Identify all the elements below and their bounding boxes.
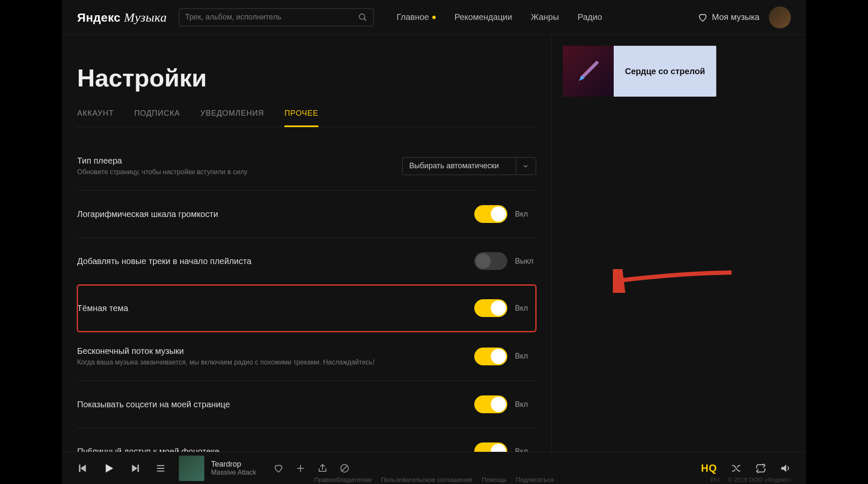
- dark-state: Вкл: [515, 304, 536, 313]
- footer-links: Правообладателям Пользовательское соглаш…: [314, 476, 554, 483]
- block-icon[interactable]: [339, 463, 350, 473]
- right-sidebar: Сердце со стрелой: [552, 35, 806, 452]
- log-scale-label: Логарифмическая шкала громкости: [77, 209, 218, 219]
- volume-icon[interactable]: [780, 463, 791, 474]
- row-dark-theme: Тёмная тема Вкл: [77, 285, 536, 332]
- logo-yandex: Яндекс: [77, 11, 121, 25]
- infinite-sub: Когда ваша музыка заканчивается, мы вклю…: [77, 359, 375, 366]
- promo-art: [563, 46, 614, 97]
- row-infinite: Бесконечный поток музыки Когда ваша музы…: [77, 332, 536, 381]
- infinite-label: Бесконечный поток музыки: [77, 346, 375, 356]
- shuffle-icon[interactable]: [731, 463, 742, 474]
- public-state: Вкл: [515, 447, 536, 452]
- player-type-value: Выбирать автоматически: [409, 161, 499, 170]
- tab-account[interactable]: АККАУНТ: [77, 109, 114, 127]
- social-state: Вкл: [515, 400, 536, 409]
- search-input[interactable]: [185, 13, 358, 22]
- tab-other[interactable]: ПРОЧЕЕ: [284, 109, 318, 127]
- footer-agreement[interactable]: Пользовательское соглашение: [381, 476, 473, 483]
- track-cover[interactable]: [179, 456, 204, 481]
- player-type-sub: Обновите страницу, чтобы настройки вступ…: [77, 168, 248, 176]
- player-type-label: Тип плеера: [77, 156, 248, 166]
- heart-icon: [698, 12, 708, 22]
- public-label: Публичный доступ к моей фонотеке: [77, 447, 220, 452]
- svg-line-1: [364, 18, 367, 21]
- log-scale-state: Вкл: [515, 210, 536, 219]
- svg-marker-6: [106, 464, 114, 473]
- chevron-down-icon: [516, 158, 529, 175]
- footer-rights[interactable]: Правообладателям: [314, 476, 371, 483]
- row-social: Показывать соцсети на моей странице Вкл: [77, 381, 536, 428]
- footer-copy: © 2019 ООО «Яндекс»: [728, 476, 791, 483]
- hq-badge[interactable]: HQ: [701, 462, 717, 474]
- svg-point-0: [359, 14, 365, 19]
- svg-marker-7: [132, 465, 137, 472]
- logo[interactable]: Яндекс Музыка: [77, 10, 167, 25]
- logo-music: Музыка: [124, 10, 167, 25]
- queue-icon[interactable]: [155, 463, 166, 474]
- infinite-toggle[interactable]: [474, 348, 507, 365]
- row-add-new: Добавлять новые треки в начало плейлиста…: [77, 238, 536, 285]
- main-nav: Главное Рекомендации Жанры Радио: [397, 12, 602, 22]
- page-title: Настройки: [77, 64, 536, 92]
- track-artist[interactable]: Massive Attack: [211, 469, 256, 476]
- avatar[interactable]: [769, 6, 791, 28]
- play-icon[interactable]: [103, 462, 115, 475]
- footer-lang[interactable]: RU: [711, 476, 719, 483]
- social-label: Показывать соцсети на моей странице: [77, 400, 230, 409]
- add-new-toggle[interactable]: [474, 252, 507, 270]
- player-type-select[interactable]: Выбирать автоматически: [402, 157, 536, 175]
- header: Яндекс Музыка Главное Рекомендации Жанры…: [62, 0, 806, 35]
- add-new-state: Выкл: [515, 257, 536, 266]
- row-log-scale: Логарифмическая шкала громкости Вкл: [77, 191, 536, 238]
- my-music-label: Моя музыка: [712, 12, 760, 22]
- settings-tabs: АККАУНТ ПОДПИСКА УВЕДОМЛЕНИЯ ПРОЧЕЕ: [77, 109, 536, 127]
- like-icon[interactable]: [273, 463, 284, 473]
- add-new-label: Добавлять новые треки в начало плейлиста: [77, 256, 251, 266]
- promo-card[interactable]: Сердце со стрелой: [563, 46, 716, 97]
- svg-rect-8: [137, 465, 139, 472]
- settings-content: Настройки АККАУНТ ПОДПИСКА УВЕДОМЛЕНИЯ П…: [62, 35, 552, 452]
- svg-line-15: [342, 465, 348, 471]
- dark-label: Тёмная тема: [77, 303, 128, 313]
- nav-main[interactable]: Главное: [397, 12, 436, 22]
- svg-rect-5: [79, 465, 80, 472]
- public-toggle[interactable]: [474, 442, 507, 452]
- nav-genres[interactable]: Жанры: [531, 12, 559, 22]
- tab-notifications[interactable]: УВЕДОМЛЕНИЯ: [200, 109, 264, 127]
- nav-radio[interactable]: Радио: [578, 12, 602, 22]
- log-scale-toggle[interactable]: [474, 205, 507, 223]
- svg-marker-16: [781, 465, 786, 472]
- footer-subscribe[interactable]: Подписаться: [516, 476, 554, 483]
- infinite-state: Вкл: [515, 352, 536, 361]
- add-icon[interactable]: [295, 463, 306, 473]
- next-icon[interactable]: [130, 463, 141, 474]
- repeat-icon[interactable]: [755, 463, 766, 474]
- footer-help[interactable]: Помощь: [482, 476, 506, 483]
- nav-dot-icon: [432, 16, 436, 19]
- share-icon[interactable]: [317, 463, 328, 473]
- social-toggle[interactable]: [474, 395, 507, 413]
- player-bar: Teardrop Massive Attack HQ Правообладате…: [62, 452, 806, 484]
- row-public: Публичный доступ к моей фонотеке Вкл: [77, 428, 536, 452]
- nav-rec[interactable]: Рекомендации: [454, 12, 512, 22]
- tab-subscription[interactable]: ПОДПИСКА: [134, 109, 180, 127]
- nav-main-label: Главное: [397, 12, 429, 22]
- dark-toggle[interactable]: [474, 299, 507, 317]
- search-box[interactable]: [179, 8, 374, 26]
- my-music-link[interactable]: Моя музыка: [698, 12, 760, 22]
- track-title[interactable]: Teardrop: [211, 460, 256, 469]
- svg-marker-4: [81, 465, 86, 472]
- row-player-type: Тип плеера Обновите страницу, чтобы наст…: [77, 144, 536, 191]
- prev-icon[interactable]: [77, 463, 88, 474]
- search-icon[interactable]: [358, 13, 367, 22]
- footer-note: RU © 2019 ООО «Яндекс»: [711, 476, 791, 483]
- promo-text: Сердце со стрелой: [614, 67, 716, 76]
